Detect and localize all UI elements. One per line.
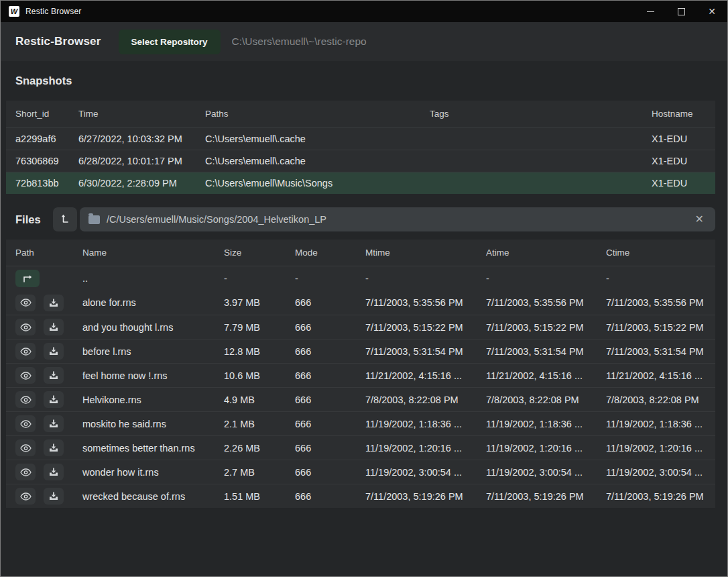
file-row[interactable]: sometimes better than.rns 2.26 MB 666 11… (6, 435, 715, 460)
go-up-button[interactable] (15, 270, 40, 287)
close-button[interactable]: ✕ (696, 1, 727, 22)
preview-file-button[interactable] (15, 488, 36, 505)
file-row[interactable]: feel home now !.rns 10.6 MB 666 11/21/20… (6, 363, 715, 387)
download-file-button[interactable] (44, 295, 64, 311)
repository-path: C:\Users\emuell\~\restic-repo (232, 36, 367, 48)
column-hostname[interactable]: Hostname (642, 109, 715, 119)
file-ctime: 7/11/2003, 5:35:56 PM (597, 297, 715, 308)
file-ctime: 7/11/2003, 5:31:54 PM (597, 346, 715, 357)
download-icon (49, 443, 58, 452)
download-icon (49, 323, 58, 331)
window-title: Restic Browser (25, 7, 81, 16)
files-table-header: Path Name Size Mode Mtime Atime Ctime (6, 240, 715, 266)
file-ctime: 11/19/2002, 1:18:36 ... (597, 419, 715, 429)
parent-dir-row[interactable]: .. - - - - - (6, 266, 715, 291)
file-mode: 666 (286, 491, 356, 502)
preview-file-button[interactable] (15, 415, 36, 432)
empty-area (1, 508, 727, 576)
preview-file-button[interactable] (15, 295, 36, 311)
eye-icon (20, 299, 32, 307)
column-short-id[interactable]: Short_id (6, 109, 69, 119)
preview-file-button[interactable] (15, 391, 36, 408)
file-ctime: 7/11/2003, 5:15:22 PM (597, 322, 715, 333)
file-row[interactable]: alone for.rns 3.97 MB 666 7/11/2003, 5:3… (6, 291, 715, 315)
preview-file-button[interactable] (15, 367, 36, 384)
file-row[interactable]: moskito he said.rns 2.1 MB 666 11/19/200… (6, 411, 715, 435)
titlebar: W Restic Browser ✕ (1, 1, 727, 22)
select-repository-button[interactable]: Select Repository (119, 30, 221, 54)
file-row[interactable]: Helvikone.rns 4.9 MB 666 7/8/2003, 8:22:… (6, 387, 715, 411)
column-mode[interactable]: Mode (286, 248, 356, 258)
column-size[interactable]: Size (215, 248, 286, 258)
file-mtime: 11/19/2002, 1:18:36 ... (356, 419, 477, 429)
download-file-button[interactable] (44, 319, 64, 335)
snapshot-paths: C:\Users\emuell\.cache (196, 134, 420, 144)
snapshot-short-id: a2299af6 (6, 134, 69, 144)
eye-icon (20, 492, 32, 501)
snapshot-row[interactable]: 72b813bb 6/30/2022, 2:28:09 PM C:\Users\… (6, 172, 715, 194)
file-atime: 11/19/2002, 3:00:54 ... (477, 467, 597, 478)
eye-icon (20, 444, 32, 452)
file-size: 1.51 MB (215, 491, 286, 502)
eye-icon (20, 468, 32, 476)
column-time[interactable]: Time (69, 109, 196, 119)
file-ctime: 7/11/2003, 5:19:26 PM (597, 491, 715, 502)
snapshot-row[interactable]: 76306869 6/28/2022, 10:01:17 PM C:\Users… (6, 150, 715, 172)
preview-file-button[interactable] (15, 319, 36, 335)
file-atime: 11/19/2002, 1:18:36 ... (477, 419, 597, 429)
parent-directory-button[interactable] (53, 207, 77, 231)
file-mtime: 7/11/2003, 5:31:54 PM (356, 346, 477, 357)
column-atime[interactable]: Atime (477, 248, 597, 258)
file-ctime: 11/21/2002, 4:15:16 ... (597, 370, 715, 381)
file-size: 2.7 MB (215, 467, 286, 478)
file-name: wrecked because of.rns (73, 491, 215, 502)
column-tags[interactable]: Tags (420, 109, 642, 119)
download-file-button[interactable] (44, 367, 64, 384)
file-name: before l.rns (73, 346, 215, 357)
level-up-icon (60, 213, 70, 225)
file-name: alone for.rns (73, 297, 215, 308)
file-mode: - (286, 273, 356, 284)
snapshot-paths: C:\Users\emuell\Music\Songs (196, 178, 420, 189)
column-ctime[interactable]: Ctime (597, 248, 715, 258)
maximize-button[interactable] (666, 1, 696, 22)
snapshot-hostname: X1-EDU (642, 156, 715, 166)
file-mtime: 11/21/2002, 4:15:16 ... (356, 370, 477, 381)
snapshot-hostname: X1-EDU (642, 178, 715, 189)
file-mtime: 7/11/2003, 5:35:56 PM (356, 297, 477, 308)
folder-icon (88, 215, 100, 224)
column-name[interactable]: Name (73, 248, 215, 258)
column-path[interactable]: Path (6, 248, 73, 258)
wails-app-icon: W (9, 6, 19, 17)
preview-file-button[interactable] (15, 439, 36, 456)
minimize-button[interactable] (635, 1, 666, 22)
snapshot-time: 6/28/2022, 10:01:17 PM (69, 156, 196, 166)
file-name: feel home now !.rns (73, 370, 215, 381)
preview-file-button[interactable] (15, 343, 36, 360)
file-row[interactable]: and you thought l.rns 7.79 MB 666 7/11/2… (6, 315, 715, 339)
snapshot-row[interactable]: a2299af6 6/27/2022, 10:03:32 PM C:\Users… (6, 127, 715, 150)
clear-path-icon[interactable]: ✕ (692, 213, 707, 226)
file-mtime: 11/19/2002, 1:20:16 ... (356, 443, 477, 454)
file-row[interactable]: wrecked because of.rns 1.51 MB 666 7/11/… (6, 484, 715, 508)
files-title: Files (15, 213, 45, 226)
preview-file-button[interactable] (15, 464, 36, 480)
download-file-button[interactable] (44, 343, 64, 360)
download-file-button[interactable] (44, 464, 64, 480)
file-name: and you thought l.rns (73, 322, 215, 333)
download-icon (49, 468, 58, 476)
snapshot-time: 6/30/2022, 2:28:09 PM (69, 178, 196, 189)
column-paths[interactable]: Paths (196, 109, 420, 119)
files-toolbar: Files /C/Users/emuell/Music/Songs/2004_H… (6, 205, 715, 234)
file-row[interactable]: before l.rns 12.8 MB 666 7/11/2003, 5:31… (6, 339, 715, 363)
column-mtime[interactable]: Mtime (356, 248, 477, 258)
download-file-button[interactable] (44, 488, 64, 505)
download-file-button[interactable] (44, 415, 64, 432)
download-icon (49, 347, 58, 356)
current-path-bar[interactable]: /C/Users/emuell/Music/Songs/2004_Helveti… (80, 207, 715, 231)
download-file-button[interactable] (44, 439, 64, 456)
download-file-button[interactable] (44, 391, 64, 408)
file-row[interactable]: wonder how it.rns 2.7 MB 666 11/19/2002,… (6, 460, 715, 484)
snapshot-hostname: X1-EDU (642, 134, 715, 144)
snapshot-time: 6/27/2022, 10:03:32 PM (69, 134, 196, 144)
